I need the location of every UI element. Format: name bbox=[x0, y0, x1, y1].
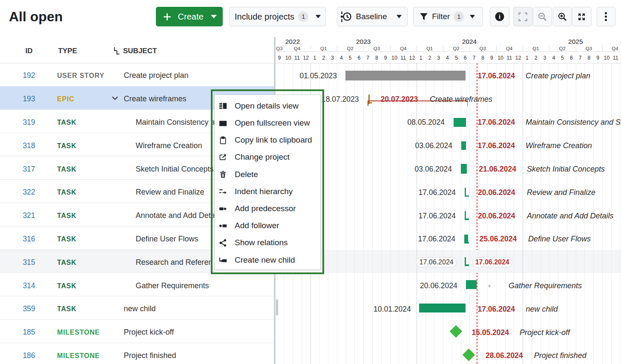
svg-text:i: i bbox=[499, 13, 500, 20]
